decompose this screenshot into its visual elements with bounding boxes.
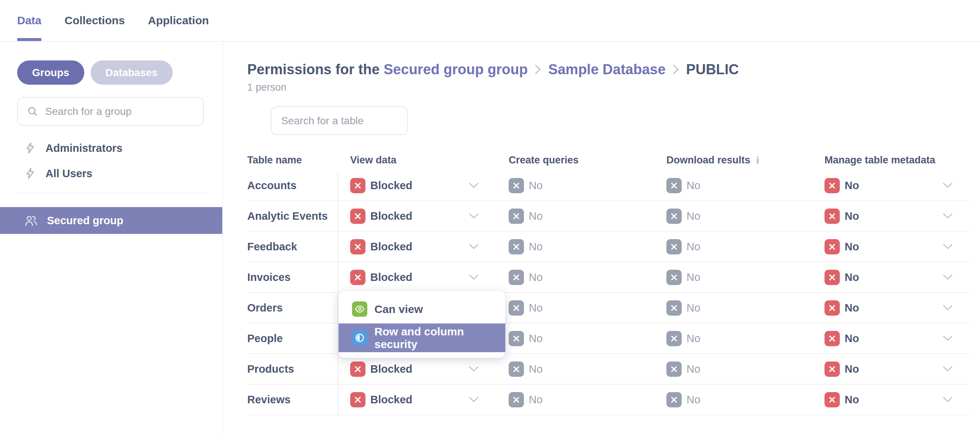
no-x-icon <box>667 270 682 285</box>
breadcrumb-schema: PUBLIC <box>686 60 739 79</box>
no-x-icon <box>509 392 524 407</box>
groups-pill[interactable]: Groups <box>17 61 84 85</box>
download-results-value: No <box>687 241 700 253</box>
download-results-cell: No <box>654 262 812 292</box>
dropdown-option-label: Row and column security <box>374 325 494 351</box>
sidebar-item-administrators[interactable]: Administrators <box>0 135 222 161</box>
download-results-value: No <box>687 271 700 284</box>
no-x-icon <box>667 362 682 377</box>
breadcrumb-group-link[interactable]: Secured group group <box>384 60 528 79</box>
no-x-icon <box>824 178 840 193</box>
download-results-value: No <box>687 180 700 192</box>
manage-metadata-value: No <box>845 180 859 192</box>
group-search-input[interactable] <box>45 105 194 118</box>
chevron-down-icon <box>943 335 953 341</box>
contrast-icon <box>352 330 368 346</box>
no-x-icon <box>667 178 682 193</box>
tab-collections[interactable]: Collections <box>65 0 125 41</box>
manage-metadata-value: No <box>845 241 859 253</box>
create-queries-value: No <box>529 271 542 284</box>
main-content: Permissions for the Secured group group … <box>224 43 980 435</box>
view-data-cell[interactable]: Blocked <box>337 232 496 261</box>
people-icon <box>24 214 38 228</box>
chevron-right-icon <box>673 64 679 75</box>
view-data-dropdown: Can view Row and column security <box>339 291 505 358</box>
no-x-icon <box>824 362 840 377</box>
table-row: Products Blocked No No No <box>247 354 970 385</box>
download-results-cell: No <box>654 170 812 200</box>
sidebar-item-secured-group[interactable]: Secured group <box>0 207 222 234</box>
table-name-cell: Products <box>247 363 337 375</box>
create-queries-cell: No <box>496 354 654 384</box>
manage-metadata-cell[interactable]: No <box>812 323 970 353</box>
manage-metadata-value: No <box>845 394 859 406</box>
chevron-down-icon <box>943 397 953 403</box>
manage-metadata-cell[interactable]: No <box>812 201 970 231</box>
column-divider <box>337 170 338 415</box>
manage-metadata-value: No <box>845 363 859 375</box>
create-queries-cell: No <box>496 385 654 414</box>
no-x-icon <box>667 239 682 255</box>
chevron-down-icon <box>943 274 953 280</box>
table-search-input[interactable] <box>281 115 398 127</box>
bolt-icon <box>24 142 37 155</box>
manage-metadata-cell[interactable]: No <box>812 385 970 414</box>
column-header-manage-table-metadata: Manage table metadata <box>812 155 970 166</box>
group-name: Administrators <box>46 142 123 155</box>
download-results-value: No <box>687 363 700 375</box>
manage-metadata-value: No <box>845 332 859 345</box>
group-name: Secured group <box>47 215 123 227</box>
column-header-download-results: Download results i <box>654 155 812 166</box>
sidebar-item-all-users[interactable]: All Users <box>0 161 222 186</box>
manage-metadata-value: No <box>845 271 859 284</box>
breadcrumb: Permissions for the Secured group group … <box>247 60 980 79</box>
create-queries-value: No <box>529 332 542 345</box>
download-results-value: No <box>687 210 700 222</box>
chevron-down-icon <box>943 244 953 250</box>
manage-metadata-cell[interactable]: No <box>812 232 970 261</box>
dropdown-option-can-view[interactable]: Can view <box>339 295 505 323</box>
sidebar: Groups Databases Administrators <box>0 43 223 435</box>
no-x-icon <box>824 331 840 346</box>
manage-metadata-cell[interactable]: No <box>812 262 970 292</box>
blocked-x-icon <box>350 209 366 224</box>
no-x-icon <box>667 300 682 315</box>
dropdown-option-row-column-security[interactable]: Row and column security <box>339 323 505 352</box>
view-data-cell[interactable]: Blocked <box>337 201 496 231</box>
sidebar-divider <box>17 193 206 194</box>
create-queries-cell: No <box>496 232 654 261</box>
column-header-label: Download results <box>667 155 750 166</box>
download-results-cell: No <box>654 323 812 353</box>
table-name-cell: Orders <box>247 302 337 314</box>
tab-data[interactable]: Data <box>17 0 41 41</box>
manage-metadata-cell[interactable]: No <box>812 293 970 323</box>
group-name: All Users <box>46 167 92 180</box>
view-data-cell[interactable]: Blocked <box>337 354 496 384</box>
no-x-icon <box>824 392 840 407</box>
breadcrumb-database-link[interactable]: Sample Database <box>548 60 666 79</box>
no-x-icon <box>667 331 682 346</box>
manage-metadata-cell[interactable]: No <box>812 354 970 384</box>
tab-collections-label: Collections <box>65 14 125 27</box>
view-data-cell[interactable]: Blocked <box>337 170 496 200</box>
group-list: Administrators All Users Sec <box>0 135 222 234</box>
tab-application[interactable]: Application <box>148 0 209 41</box>
table-name-cell: Invoices <box>247 271 337 284</box>
view-data-cell[interactable]: Blocked <box>337 262 496 292</box>
info-icon[interactable]: i <box>756 155 759 165</box>
permissions-page: Data Collections Application Groups Data… <box>0 0 980 435</box>
view-data-value: Blocked <box>370 363 412 375</box>
create-queries-cell: No <box>496 170 654 200</box>
no-x-icon <box>824 300 840 315</box>
create-queries-value: No <box>529 302 542 314</box>
create-queries-value: No <box>529 394 542 406</box>
databases-pill[interactable]: Databases <box>91 61 173 85</box>
chevron-down-icon <box>469 366 479 372</box>
create-queries-value: No <box>529 241 542 253</box>
view-data-value: Blocked <box>370 394 412 406</box>
manage-metadata-cell[interactable]: No <box>812 170 970 200</box>
tab-data-label: Data <box>17 14 41 27</box>
blocked-x-icon <box>350 239 366 255</box>
top-nav: Data Collections Application <box>0 0 980 42</box>
view-data-cell[interactable]: Blocked <box>337 385 496 414</box>
